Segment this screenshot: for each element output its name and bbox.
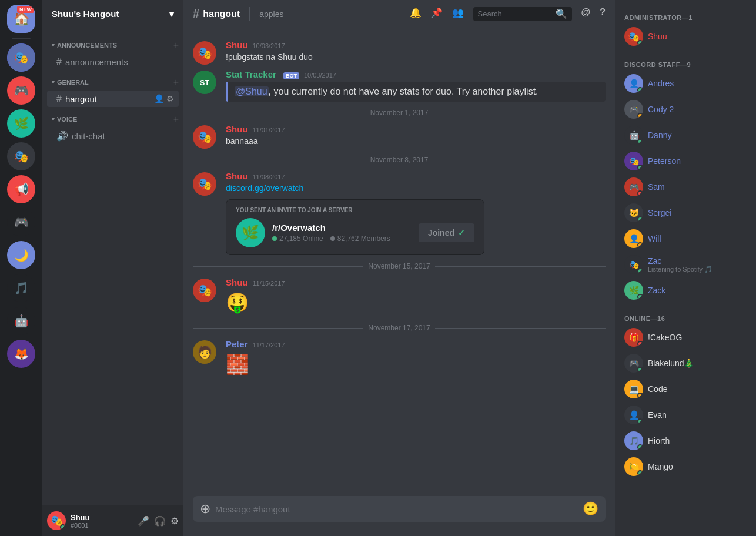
- server-icon-9[interactable]: 🤖: [7, 307, 35, 335]
- server-icon-8[interactable]: 🎵: [7, 274, 35, 302]
- member-evan[interactable]: 👤 Evan: [620, 402, 751, 428]
- member-hiorth[interactable]: 🎵 Hiorth: [620, 428, 751, 454]
- user-name: Shuu: [71, 513, 133, 522]
- add-voice-channel-icon[interactable]: +: [173, 114, 179, 125]
- category-online: ONLINE—16: [620, 310, 751, 324]
- member-name-zack: Zack: [648, 286, 665, 295]
- search-box[interactable]: 🔍: [473, 7, 572, 21]
- member-avatar-shuu: 🎭: [624, 27, 643, 46]
- joined-button[interactable]: Joined ✓: [419, 223, 474, 242]
- at-icon[interactable]: @: [581, 7, 591, 21]
- server-icon-7[interactable]: 🌙: [7, 241, 35, 269]
- member-status-andres: [637, 87, 643, 93]
- server-icon-1[interactable]: 🎭: [7, 43, 35, 72]
- member-will[interactable]: 👤 Will: [620, 226, 751, 252]
- invite-info: /r/Overwatch 27,185 Online 82,762 Member…: [272, 223, 412, 243]
- channel-hangout[interactable]: # hangout 👤 ⚙: [47, 91, 179, 107]
- user-settings-button[interactable]: ⚙: [170, 515, 179, 527]
- server-icon-10[interactable]: 🦊: [7, 340, 35, 368]
- server-icon-6[interactable]: 🎮: [7, 208, 35, 236]
- search-icon: 🔍: [556, 8, 567, 19]
- server-dropdown-icon[interactable]: ▾: [169, 9, 174, 19]
- member-danny[interactable]: 🤖 Danny: [620, 122, 751, 148]
- message-input[interactable]: [215, 504, 583, 514]
- main-chat: # hangout apples 🔔 📌 👥 🔍 @ ? 🎭 Shuu 10/0…: [183, 0, 615, 536]
- member-mango[interactable]: 🍋 Mango: [620, 454, 751, 480]
- user-status-indicator: [60, 524, 66, 530]
- member-peterson[interactable]: 🎭 Peterson: [620, 148, 751, 174]
- chat-header-actions: 🔔 📌 👥 🔍 @ ?: [410, 7, 606, 21]
- channel-settings-button[interactable]: ⚙: [166, 94, 174, 103]
- member-zack[interactable]: 🌿 Zack: [620, 277, 751, 303]
- server-home[interactable]: 🏠 NEW: [7, 5, 35, 33]
- member-status-sergei: [637, 216, 643, 222]
- member-andres[interactable]: 👤 Andres: [620, 71, 751, 96]
- search-input[interactable]: [478, 9, 552, 18]
- add-member-button[interactable]: 👤: [154, 94, 164, 103]
- members-icon[interactable]: 👥: [452, 7, 464, 21]
- member-sergei[interactable]: 🐱 Sergei: [620, 200, 751, 226]
- channel-announcements[interactable]: # announcements: [47, 53, 179, 70]
- joined-check-icon: ✓: [458, 228, 465, 237]
- member-avatar-zac: 🎭: [624, 255, 643, 274]
- member-avatar-evan: 👤: [624, 406, 643, 424]
- joined-label: Joined: [428, 228, 454, 237]
- member-blakelund[interactable]: 🎮 Blakelund🎄: [620, 350, 751, 376]
- member-zac[interactable]: 🎭 Zac Listening to Spotify 🎵: [620, 252, 751, 277]
- server-icon-5[interactable]: 📢: [7, 175, 35, 203]
- channel-chit-chat[interactable]: 🔊 chit-chat: [47, 128, 179, 145]
- member-name-shuu: Shuu: [648, 32, 667, 41]
- member-shuu[interactable]: 🎭 Shuu: [620, 24, 751, 49]
- msg-text-1: !pubgstats na Shuu duo: [226, 51, 606, 63]
- server-name: Shuu's Hangout: [52, 9, 119, 19]
- bell-icon[interactable]: 🔔: [410, 7, 422, 21]
- category-general[interactable]: ▾ GENERAL +: [42, 75, 183, 90]
- user-area: 🎭 Shuu #0001 🎤 🎧 ⚙: [42, 505, 183, 536]
- msg-text-4: discord.gg/overwatch: [226, 182, 606, 195]
- member-sam[interactable]: 🎮 Sam: [620, 174, 751, 200]
- member-avatar-code: 💻: [624, 380, 643, 398]
- help-icon[interactable]: ?: [600, 7, 606, 21]
- member-code[interactable]: 💻 Code: [620, 376, 751, 402]
- category-announcements[interactable]: ▾ ANNOUNCEMENTS +: [42, 38, 183, 53]
- add-channel-announcements-icon[interactable]: +: [173, 40, 179, 51]
- pin-icon[interactable]: 📌: [431, 7, 443, 21]
- mute-button[interactable]: 🎤: [138, 515, 149, 527]
- add-attachment-button[interactable]: ⊕: [200, 501, 210, 517]
- date-divider-nov8: November 8, 2017: [183, 151, 615, 169]
- member-avatar-peterson: 🎭: [624, 152, 643, 170]
- member-name-hiorth: Hiorth: [648, 436, 670, 445]
- member-status-mango: [637, 470, 643, 476]
- server-icon-3[interactable]: 🌿: [7, 109, 35, 138]
- bot-badge: BOT: [283, 72, 299, 79]
- channel-list: ▾ ANNOUNCEMENTS + # announcements ▾ GENE…: [42, 28, 183, 505]
- server-header[interactable]: Shuu's Hangout ▾: [42, 0, 183, 28]
- current-user-avatar: 🎭: [47, 511, 66, 530]
- member-cakeog[interactable]: 🎁 !CakeOG: [620, 324, 751, 350]
- member-avatar-cody2: 🎮: [624, 100, 643, 119]
- member-name-peterson: Peterson: [648, 156, 681, 166]
- discord-link[interactable]: discord.gg/overwatch: [226, 183, 303, 193]
- server-icon-4[interactable]: 🎭: [7, 142, 35, 170]
- member-avatar-mango: 🍋: [624, 457, 643, 476]
- member-name-cakeog: !CakeOG: [648, 333, 682, 342]
- deafen-button[interactable]: 🎧: [154, 515, 166, 527]
- member-status-will: [637, 242, 643, 248]
- category-voice[interactable]: ▾ VOICE +: [42, 112, 183, 127]
- member-cody2[interactable]: 🎮 Cody 2: [620, 96, 751, 122]
- msg-author-3: Shuu: [226, 124, 248, 134]
- channel-name-header: hangout: [203, 9, 240, 19]
- user-controls: 🎤 🎧 ⚙: [138, 515, 179, 527]
- avatar-shuu-3: 🎭: [193, 125, 216, 149]
- member-status-shuu: [637, 40, 643, 46]
- invite-card: YOU SENT AN INVITE TO JOIN A SERVER 🌿 /r…: [226, 199, 484, 255]
- member-name-sergei: Sergei: [648, 208, 671, 217]
- channel-topic: apples: [259, 9, 283, 19]
- emoji-picker-button[interactable]: 🙂: [583, 501, 598, 517]
- server-icon-2[interactable]: 🎮: [7, 76, 35, 105]
- msg-content-1: Shuu 10/03/2017 !pubgstats na Shuu duo: [226, 40, 606, 65]
- message-group-2: ST Stat Tracker BOT 10/03/2017 @Shuu, yo…: [183, 67, 615, 104]
- invite-server-name: /r/Overwatch: [272, 223, 412, 233]
- add-channel-general-icon[interactable]: +: [173, 77, 179, 88]
- chat-input-area: ⊕ 🙂: [183, 496, 615, 536]
